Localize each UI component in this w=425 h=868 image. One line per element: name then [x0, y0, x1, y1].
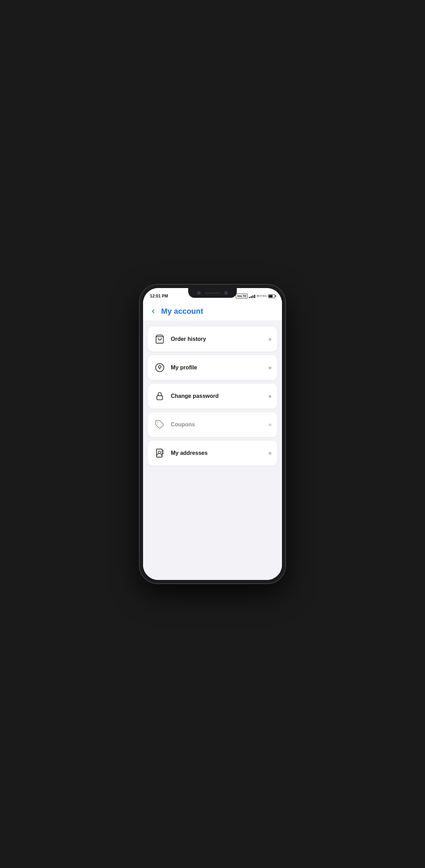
- menu-item-coupons[interactable]: Coupons »: [148, 412, 277, 437]
- signal-bar-1: [249, 297, 250, 298]
- order-history-label: Order history: [171, 336, 264, 342]
- my-addresses-label: My addresses: [171, 450, 264, 456]
- page-title: My account: [161, 307, 203, 316]
- signal-bar-3: [252, 295, 253, 298]
- phone-screen: 12:01 PM VoLTE 49.5 K/s: [143, 288, 282, 580]
- status-right-icons: VoLTE 49.5 K/s: [236, 294, 275, 298]
- my-profile-arrow: »: [268, 365, 272, 371]
- back-arrow-icon: [150, 308, 156, 314]
- back-button[interactable]: [150, 308, 156, 314]
- svg-rect-4: [157, 396, 162, 400]
- front-camera: [197, 291, 201, 295]
- menu-item-change-password[interactable]: Change password »: [148, 384, 277, 409]
- change-password-label: Change password: [171, 393, 264, 399]
- notch: [188, 288, 237, 298]
- screen-content: My account Order history »: [143, 301, 282, 580]
- addressbook-icon: [153, 447, 166, 459]
- svg-point-3: [159, 369, 160, 369]
- order-history-arrow: »: [268, 336, 272, 342]
- menu-list: Order history » My profile »: [143, 321, 282, 580]
- speaker: [205, 292, 220, 294]
- signal-bar-2: [251, 296, 252, 298]
- profile-icon: [153, 361, 166, 374]
- coupons-arrow: »: [268, 421, 272, 428]
- volte-label: VoLTE: [236, 294, 247, 298]
- svg-point-7: [158, 451, 160, 453]
- sensor: [224, 291, 228, 295]
- battery-icon: [268, 294, 275, 298]
- my-addresses-arrow: »: [268, 450, 272, 456]
- signal-bar-4: [254, 295, 255, 298]
- status-time: 12:01 PM: [150, 294, 168, 298]
- menu-item-my-profile[interactable]: My profile »: [148, 355, 277, 380]
- my-profile-label: My profile: [171, 365, 264, 371]
- tag-icon: [153, 418, 166, 431]
- signal-bars: [249, 294, 255, 298]
- menu-item-my-addresses[interactable]: My addresses »: [148, 441, 277, 466]
- phone-shell: 12:01 PM VoLTE 49.5 K/s: [140, 285, 285, 583]
- page-header: My account: [143, 301, 282, 321]
- coupons-label: Coupons: [171, 421, 264, 428]
- change-password-arrow: »: [268, 393, 272, 399]
- cart-icon: [153, 333, 166, 345]
- battery-fill: [269, 295, 273, 297]
- lock-icon: [153, 390, 166, 402]
- svg-rect-6: [157, 449, 162, 457]
- menu-item-order-history[interactable]: Order history »: [148, 327, 277, 352]
- speed-label: 49.5 K/s: [257, 294, 267, 298]
